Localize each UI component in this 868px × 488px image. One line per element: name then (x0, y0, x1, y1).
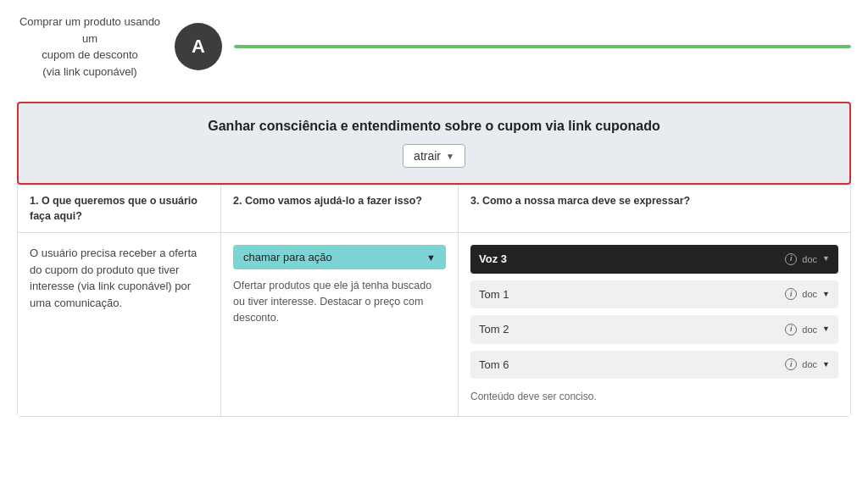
table-body: O usuário precisa receber a oferta do cu… (18, 233, 850, 416)
avatar-label: A (192, 36, 205, 58)
top-text-line3: (via link cuponável) (42, 65, 136, 78)
highlighted-box-title: Ganhar consciência e entendimento sobre … (36, 119, 832, 134)
voice-primary-doc-label: doc (802, 252, 817, 267)
cta-dropdown-label: chamar para ação (243, 251, 332, 263)
voice-tom1-arrow-icon[interactable]: ▼ (822, 289, 830, 301)
top-description: Comprar um produto usando um cupom de de… (14, 14, 166, 80)
attract-dropdown[interactable]: atrair ▼ (403, 144, 465, 168)
voice-tom2-doc-label: doc (802, 323, 817, 337)
header-row: Comprar um produto usando um cupom de de… (0, 0, 868, 88)
col2-body: chamar para ação ▼ Ofertar produtos que … (221, 233, 459, 416)
table-header: 1. O que queremos que o usuário faça aqu… (18, 186, 850, 233)
voice-tom6[interactable]: Tom 6 i doc ▼ (470, 351, 838, 380)
voice-primary[interactable]: Voz 3 i doc ▼ (470, 245, 838, 274)
table-section: 1. O que queremos que o usuário faça aqu… (17, 185, 851, 417)
main-content: Ganhar consciência e entendimento sobre … (0, 102, 868, 417)
avatar: A (175, 23, 222, 70)
highlighted-box: Ganhar consciência e entendimento sobre … (17, 102, 851, 185)
cta-dropdown-arrow-icon: ▼ (426, 252, 436, 263)
voice-tom6-doc-label: doc (802, 358, 817, 372)
cta-dropdown[interactable]: chamar para ação ▼ (233, 245, 446, 269)
voice-tom1[interactable]: Tom 1 i doc ▼ (470, 280, 838, 309)
col3-body: Voz 3 i doc ▼ Tom 1 i (459, 233, 850, 416)
voice-tom2[interactable]: Tom 2 i doc ▼ (470, 315, 838, 344)
voice-primary-controls: i doc ▼ (785, 252, 830, 267)
voice-primary-info-icon[interactable]: i (785, 253, 797, 265)
voice-tom2-arrow-icon[interactable]: ▼ (822, 324, 830, 336)
concise-note: Conteúdo deve ser conciso. (470, 389, 838, 404)
col1-header: 1. O que queremos que o usuário faça aqu… (18, 186, 221, 232)
voice-tom1-controls: i doc ▼ (785, 287, 830, 302)
progress-line (234, 45, 851, 48)
col2-header: 2. Como vamos ajudá-lo a fazer isso? (221, 186, 459, 232)
voice-tom6-label: Tom 6 (479, 357, 509, 374)
voice-primary-label: Voz 3 (479, 251, 507, 268)
voice-tom2-label: Tom 2 (479, 321, 509, 338)
voice-primary-arrow-icon[interactable]: ▼ (822, 253, 830, 265)
attract-dropdown-arrow-icon: ▼ (446, 152, 454, 161)
avatar-progress-row: A (166, 23, 851, 70)
voice-tom2-controls: i doc ▼ (785, 323, 830, 337)
voice-tom6-controls: i doc ▼ (785, 358, 830, 372)
voice-tom1-info-icon[interactable]: i (785, 288, 797, 300)
top-text-line1: Comprar um produto usando um (19, 15, 160, 45)
voice-tom1-doc-label: doc (802, 287, 817, 302)
attract-dropdown-label: atrair (414, 149, 441, 163)
voice-tom6-info-icon[interactable]: i (785, 358, 797, 370)
page-wrapper: Comprar um produto usando um cupom de de… (0, 0, 868, 488)
cta-description: Ofertar produtos que ele já tenha buscad… (233, 278, 446, 325)
voice-tom1-label: Tom 1 (479, 286, 509, 303)
col3-header: 3. Como a nossa marca deve se expressar? (459, 186, 850, 232)
top-text-line2: cupom de desconto (42, 48, 137, 61)
voice-tom6-arrow-icon[interactable]: ▼ (822, 359, 830, 371)
voice-tom2-info-icon[interactable]: i (785, 324, 797, 336)
col1-body: O usuário precisa receber a oferta do cu… (18, 233, 221, 416)
voice-section: Voz 3 i doc ▼ Tom 1 i (470, 245, 838, 404)
